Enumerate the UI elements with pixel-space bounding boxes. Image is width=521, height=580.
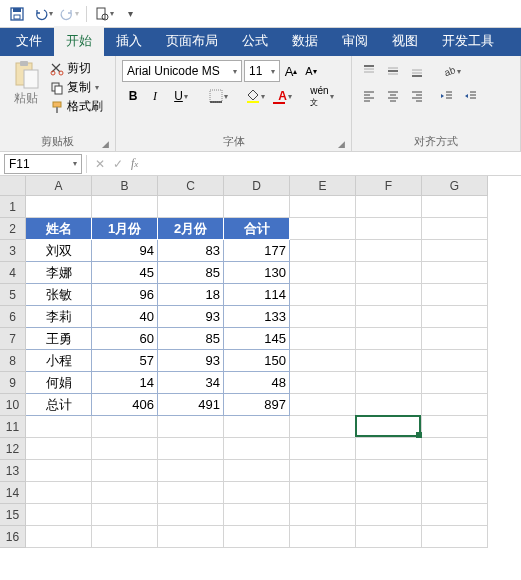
font-size-combo[interactable]: 11▾ <box>244 60 280 82</box>
cell-B15[interactable] <box>92 504 158 526</box>
align-top-button[interactable] <box>358 60 380 82</box>
cell-C14[interactable] <box>158 482 224 504</box>
col-header-C[interactable]: C <box>158 176 224 196</box>
align-left-button[interactable] <box>358 85 380 107</box>
cell-C1[interactable] <box>158 196 224 218</box>
cell-D14[interactable] <box>224 482 290 504</box>
shrink-font-button[interactable]: A▾ <box>302 60 320 82</box>
cell-C13[interactable] <box>158 460 224 482</box>
format-painter-button[interactable]: 格式刷 <box>50 98 103 115</box>
cell-E14[interactable] <box>290 482 356 504</box>
cell-F11[interactable] <box>356 416 422 438</box>
cell-E16[interactable] <box>290 526 356 548</box>
cell-G13[interactable] <box>422 460 488 482</box>
tab-数据[interactable]: 数据 <box>280 26 330 56</box>
cell-E13[interactable] <box>290 460 356 482</box>
cell-C2[interactable]: 2月份 <box>158 218 224 240</box>
cell-B12[interactable] <box>92 438 158 460</box>
bold-button[interactable]: B <box>122 85 144 107</box>
cell-B14[interactable] <box>92 482 158 504</box>
row-header-6[interactable]: 6 <box>0 306 26 328</box>
cell-G4[interactable] <box>422 262 488 284</box>
cell-B7[interactable]: 60 <box>92 328 158 350</box>
cell-E7[interactable] <box>290 328 356 350</box>
cell-A2[interactable]: 姓名 <box>26 218 92 240</box>
cell-D10[interactable]: 897 <box>224 394 290 416</box>
fx-icon[interactable]: fx <box>131 156 138 171</box>
cell-F12[interactable] <box>356 438 422 460</box>
copy-button[interactable]: 复制▾ <box>50 79 103 96</box>
clipboard-dialog-launcher[interactable]: ◢ <box>102 139 109 149</box>
row-header-2[interactable]: 2 <box>0 218 26 240</box>
cell-F6[interactable] <box>356 306 422 328</box>
cell-C7[interactable]: 85 <box>158 328 224 350</box>
cell-A13[interactable] <box>26 460 92 482</box>
col-header-F[interactable]: F <box>356 176 422 196</box>
cell-E3[interactable] <box>290 240 356 262</box>
cell-B4[interactable]: 45 <box>92 262 158 284</box>
phonetic-button[interactable]: wén文▾ <box>307 85 337 107</box>
cell-G8[interactable] <box>422 350 488 372</box>
row-header-5[interactable]: 5 <box>0 284 26 306</box>
tab-插入[interactable]: 插入 <box>104 26 154 56</box>
grow-font-button[interactable]: A▴ <box>282 60 300 82</box>
paste-icon[interactable] <box>12 60 40 90</box>
tab-公式[interactable]: 公式 <box>230 26 280 56</box>
print-preview-icon[interactable]: ▾ <box>93 3 115 25</box>
col-header-G[interactable]: G <box>422 176 488 196</box>
cell-C11[interactable] <box>158 416 224 438</box>
cell-B8[interactable]: 57 <box>92 350 158 372</box>
cell-A15[interactable] <box>26 504 92 526</box>
cell-F7[interactable] <box>356 328 422 350</box>
cell-A7[interactable]: 王勇 <box>26 328 92 350</box>
cell-C9[interactable]: 34 <box>158 372 224 394</box>
cell-F13[interactable] <box>356 460 422 482</box>
cell-G9[interactable] <box>422 372 488 394</box>
cell-G6[interactable] <box>422 306 488 328</box>
enter-icon[interactable]: ✓ <box>113 157 123 171</box>
row-header-3[interactable]: 3 <box>0 240 26 262</box>
cell-B11[interactable] <box>92 416 158 438</box>
cell-A5[interactable]: 张敏 <box>26 284 92 306</box>
align-bottom-button[interactable] <box>406 60 428 82</box>
cell-G5[interactable] <box>422 284 488 306</box>
tab-文件[interactable]: 文件 <box>4 26 54 56</box>
cell-E12[interactable] <box>290 438 356 460</box>
cell-F9[interactable] <box>356 372 422 394</box>
col-header-A[interactable]: A <box>26 176 92 196</box>
cell-F14[interactable] <box>356 482 422 504</box>
cell-D12[interactable] <box>224 438 290 460</box>
cell-F15[interactable] <box>356 504 422 526</box>
align-middle-button[interactable] <box>382 60 404 82</box>
increase-indent-button[interactable] <box>460 85 482 107</box>
row-header-9[interactable]: 9 <box>0 372 26 394</box>
cell-B13[interactable] <box>92 460 158 482</box>
cell-E1[interactable] <box>290 196 356 218</box>
tab-审阅[interactable]: 审阅 <box>330 26 380 56</box>
cell-E10[interactable] <box>290 394 356 416</box>
font-dialog-launcher[interactable]: ◢ <box>338 139 345 149</box>
cell-D5[interactable]: 114 <box>224 284 290 306</box>
cell-A10[interactable]: 总计 <box>26 394 92 416</box>
cell-D16[interactable] <box>224 526 290 548</box>
cell-A3[interactable]: 刘双 <box>26 240 92 262</box>
row-header-16[interactable]: 16 <box>0 526 26 548</box>
cell-D11[interactable] <box>224 416 290 438</box>
cell-G12[interactable] <box>422 438 488 460</box>
cell-A16[interactable] <box>26 526 92 548</box>
align-center-button[interactable] <box>382 85 404 107</box>
cell-B16[interactable] <box>92 526 158 548</box>
undo-icon[interactable]: ▾ <box>32 3 54 25</box>
cell-A8[interactable]: 小程 <box>26 350 92 372</box>
cell-G11[interactable] <box>422 416 488 438</box>
cell-E9[interactable] <box>290 372 356 394</box>
cell-A6[interactable]: 李莉 <box>26 306 92 328</box>
cell-D4[interactable]: 130 <box>224 262 290 284</box>
cell-F2[interactable] <box>356 218 422 240</box>
font-color-button[interactable]: A▾ <box>270 85 300 107</box>
cell-A11[interactable] <box>26 416 92 438</box>
row-header-4[interactable]: 4 <box>0 262 26 284</box>
font-name-combo[interactable]: Arial Unicode MS▾ <box>122 60 242 82</box>
cell-C8[interactable]: 93 <box>158 350 224 372</box>
cell-D1[interactable] <box>224 196 290 218</box>
